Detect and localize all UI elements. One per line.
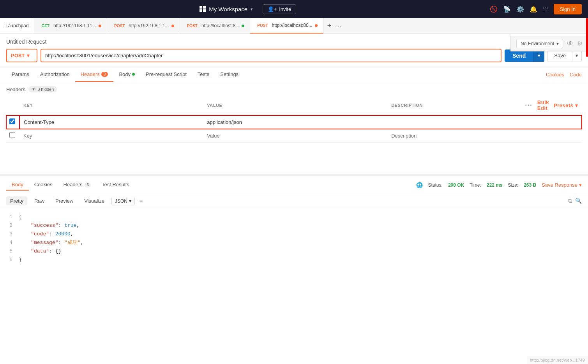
row1-key-input[interactable] bbox=[24, 119, 199, 125]
method-chevron: ▾ bbox=[27, 53, 30, 58]
table-row bbox=[6, 129, 582, 143]
row2-value-input[interactable] bbox=[207, 133, 383, 139]
filter-icon[interactable]: ⚙ bbox=[577, 40, 583, 47]
wrap-icon[interactable]: ≡ bbox=[139, 198, 143, 204]
row2-desc-input[interactable] bbox=[391, 133, 517, 139]
headers-title-row: Headers 👁 8 hidden bbox=[6, 86, 582, 92]
method-select[interactable]: POST ▾ bbox=[6, 49, 37, 62]
nav-right: 🚫 📡 ⚙️ 🔔 ♡ Sign In bbox=[490, 4, 582, 14]
hidden-headers-badge[interactable]: 👁 8 hidden bbox=[28, 86, 57, 92]
tab-launchpad[interactable]: Launchpad bbox=[0, 18, 34, 34]
row1-value-cell[interactable] bbox=[203, 115, 387, 129]
url-input-wrapper bbox=[41, 49, 501, 62]
format-label: JSON bbox=[115, 198, 127, 204]
status-value: 200 OK bbox=[448, 182, 464, 188]
row2-desc-cell[interactable] bbox=[387, 129, 521, 143]
resp-tab-headers[interactable]: Headers 6 bbox=[58, 179, 96, 191]
row2-checkbox[interactable] bbox=[9, 132, 15, 138]
headers-section: Headers 👁 8 hidden KEY VALUE DESCRIPTION bbox=[0, 82, 588, 143]
row1-checkbox[interactable] bbox=[9, 118, 15, 124]
env-label: No Environment bbox=[521, 41, 554, 46]
tab-get-1[interactable]: GET http://192.168.1.11... bbox=[34, 18, 107, 34]
presets-link[interactable]: Presets ▾ bbox=[554, 102, 578, 108]
headers-badge: 9 bbox=[101, 72, 108, 77]
tab-headers[interactable]: Headers 9 bbox=[75, 67, 114, 82]
url-row: POST ▾ Send ▾ Save ▾ bbox=[6, 49, 582, 62]
resp-view-pretty[interactable]: Pretty bbox=[6, 196, 27, 205]
tab-post-4-active[interactable]: POST http://localhost:80... bbox=[250, 18, 323, 34]
tab-post-2[interactable]: POST http://192.168.1.1... bbox=[107, 18, 180, 34]
tab-method-post4: POST bbox=[256, 23, 269, 28]
globe-icon[interactable]: 🌐 bbox=[416, 182, 423, 188]
resp-tab-cookies[interactable]: Cookies bbox=[29, 179, 58, 191]
workspace-label: My Workspace bbox=[209, 6, 247, 12]
tab-authorization[interactable]: Authorization bbox=[35, 67, 75, 82]
workspace-area[interactable]: My Workspace ▾ 👤+ Invite bbox=[200, 4, 296, 14]
row1-key-cell[interactable] bbox=[19, 115, 203, 129]
row1-desc-input[interactable] bbox=[391, 119, 517, 125]
row2-actions-cell bbox=[521, 129, 582, 143]
env-select[interactable]: No Environment ▾ bbox=[516, 39, 563, 48]
heart-icon[interactable]: ♡ bbox=[543, 5, 548, 13]
row2-value-cell[interactable] bbox=[203, 129, 387, 143]
resp-tab-testresults[interactable]: Test Results bbox=[96, 179, 135, 191]
request-title: Untitled Request bbox=[6, 39, 47, 45]
env-bar: No Environment ▾ 👁 ⚙ bbox=[510, 36, 588, 51]
satellite-icon[interactable]: 📡 bbox=[503, 5, 511, 13]
tab-prerequest[interactable]: Pre-request Script bbox=[140, 67, 192, 82]
tab-url-4: http://localhost:80... bbox=[272, 23, 313, 28]
col-key-header: KEY bbox=[19, 95, 203, 115]
col-value-header: VALUE bbox=[203, 95, 387, 115]
tab-method-get1: GET bbox=[40, 23, 51, 28]
tab-dot-2 bbox=[171, 25, 174, 27]
tab-url-1: http://192.168.1.11... bbox=[53, 23, 96, 28]
more-actions-icon[interactable]: ··· bbox=[525, 102, 532, 109]
tab-body[interactable]: Body bbox=[113, 67, 140, 82]
bulk-edit-link[interactable]: Bulk Edit bbox=[537, 99, 549, 111]
row1-desc-cell[interactable] bbox=[387, 115, 521, 129]
resp-tab-body[interactable]: Body bbox=[6, 179, 29, 191]
tab-params[interactable]: Params bbox=[6, 67, 35, 82]
bell-icon[interactable]: 🔔 bbox=[530, 5, 537, 13]
invite-icon: 👤+ bbox=[268, 6, 277, 12]
eye-icon[interactable]: 👁 bbox=[567, 40, 573, 47]
tab-tests[interactable]: Tests bbox=[192, 67, 215, 82]
tab-post-3[interactable]: POST http://localhost:8... bbox=[180, 18, 251, 34]
resp-view-visualize[interactable]: Visualize bbox=[80, 196, 108, 205]
table-row bbox=[6, 115, 582, 129]
row2-key-input[interactable] bbox=[23, 133, 199, 139]
save-response-button[interactable]: Save Response ▾ bbox=[542, 182, 582, 188]
more-tabs-button[interactable]: ··· bbox=[335, 23, 342, 29]
tab-url-3: http://localhost:8... bbox=[201, 23, 239, 28]
resp-format-select[interactable]: JSON ▾ bbox=[111, 197, 135, 205]
col-desc-header: DESCRIPTION bbox=[387, 95, 521, 115]
cookies-link[interactable]: Cookies bbox=[546, 72, 564, 78]
hidden-count: 8 hidden bbox=[37, 87, 54, 92]
search-icon[interactable]: 🔍 bbox=[575, 198, 582, 204]
settings-icon[interactable]: ⚙️ bbox=[516, 5, 524, 13]
no-internet-icon[interactable]: 🚫 bbox=[490, 5, 498, 13]
response-top-bar: Body Cookies Headers 6 Test Results 🌐 St… bbox=[0, 176, 588, 194]
table-actions: ··· Bulk Edit Presets ▾ bbox=[525, 98, 578, 113]
tab-settings[interactable]: Settings bbox=[215, 67, 244, 82]
resp-view-raw[interactable]: Raw bbox=[30, 196, 48, 205]
code-line-3: 3 "code": 20000, bbox=[6, 230, 582, 239]
add-tab-button[interactable]: + bbox=[327, 22, 332, 30]
invite-button[interactable]: 👤+ Invite bbox=[263, 4, 297, 14]
workspace-chevron[interactable]: ▾ bbox=[251, 7, 253, 12]
copy-icon[interactable]: ⧉ bbox=[568, 198, 572, 204]
sign-in-button[interactable]: Sign In bbox=[554, 4, 582, 14]
col-checkbox bbox=[6, 95, 19, 115]
url-input[interactable] bbox=[41, 49, 501, 62]
sub-tab-right: Cookies Code bbox=[546, 72, 582, 78]
resp-view-preview[interactable]: Preview bbox=[51, 196, 77, 205]
code-line-2: 2 "success": true, bbox=[6, 221, 582, 230]
body-dot bbox=[132, 73, 135, 76]
eye-icon-small: 👁 bbox=[32, 87, 36, 92]
invite-label: Invite bbox=[279, 6, 291, 12]
row1-value-input[interactable] bbox=[207, 119, 383, 125]
row2-key-cell[interactable] bbox=[19, 129, 203, 143]
env-chevron: ▾ bbox=[556, 41, 559, 46]
code-link[interactable]: Code bbox=[570, 72, 582, 78]
tab-method-post2: POST bbox=[113, 23, 126, 28]
